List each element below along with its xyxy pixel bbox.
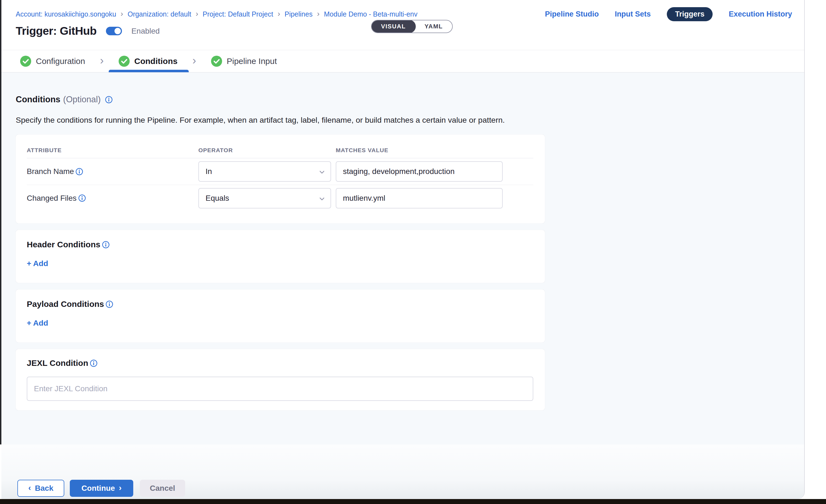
info-icon[interactable] xyxy=(102,241,110,248)
nav-triggers-active[interactable]: Triggers xyxy=(667,7,713,21)
tab-conditions-label: Conditions xyxy=(134,57,178,66)
breadcrumb-account[interactable]: Account: kurosakiichigo.songoku xyxy=(16,10,116,18)
breadcrumb-organization[interactable]: Organization: default xyxy=(127,10,191,18)
wizard-tabs: Configuration › Conditions › Pipeline In… xyxy=(1,50,804,72)
chevron-right-icon: › xyxy=(119,483,122,492)
operator-value: Equals xyxy=(205,194,229,203)
jexl-condition-card: JEXL Condition xyxy=(16,349,545,410)
chevron-right-icon: › xyxy=(195,10,198,18)
header-conditions-title: Header Conditions xyxy=(27,240,101,249)
chevron-right-icon: › xyxy=(278,10,280,18)
breadcrumb-project[interactable]: Project: Default Project xyxy=(202,10,273,18)
conditions-description: Specify the conditions for running the P… xyxy=(16,116,804,125)
chevron-down-icon xyxy=(318,195,326,202)
jexl-condition-title: JEXL Condition xyxy=(27,359,88,368)
operator-value: In xyxy=(205,167,212,176)
column-header-operator: OPERATOR xyxy=(198,147,336,153)
chevron-right-icon: › xyxy=(192,55,196,66)
chevron-right-icon: › xyxy=(100,55,104,66)
attribute-label: Changed Files xyxy=(27,194,198,203)
active-tab-indicator xyxy=(109,70,189,72)
tab-conditions[interactable]: Conditions xyxy=(119,50,178,72)
check-icon xyxy=(211,56,222,67)
operator-select-changed-files[interactable]: Equals xyxy=(198,188,331,208)
enabled-label: Enabled xyxy=(131,27,160,36)
breadcrumb-pipeline-name[interactable]: Module Demo - Beta-multi-env xyxy=(324,10,417,18)
chevron-left-icon: ‹ xyxy=(28,483,31,492)
page-title: Trigger: GitHub xyxy=(16,24,97,38)
breadcrumb: Account: kurosakiichigo.songoku › Organi… xyxy=(16,10,417,18)
payload-conditions-title: Payload Conditions xyxy=(27,300,104,309)
pipeline-nav: Pipeline Studio Input Sets Triggers Exec… xyxy=(545,7,792,21)
info-icon[interactable] xyxy=(106,301,113,308)
payload-conditions-card: Payload Conditions + Add xyxy=(16,290,545,342)
column-header-matches-value: MATCHES VALUE xyxy=(336,147,533,153)
header-conditions-card: Header Conditions + Add xyxy=(16,230,545,283)
conditions-heading: Conditions xyxy=(16,94,60,105)
visual-yaml-toggle: VISUAL YAML xyxy=(371,20,453,33)
table-row-changed-files: Changed Files Equals xyxy=(27,185,533,211)
matches-value-input-changed-files[interactable] xyxy=(336,188,503,208)
tab-pipeline-input[interactable]: Pipeline Input xyxy=(211,50,277,72)
table-row-branch-name: Branch Name In xyxy=(27,158,533,185)
matches-value-input-branch-name[interactable] xyxy=(336,161,503,182)
cancel-button-label: Cancel xyxy=(150,484,175,493)
toggle-knob xyxy=(114,27,122,35)
screen: Account: kurosakiichigo.songoku › Organi… xyxy=(0,0,826,504)
enabled-toggle[interactable] xyxy=(106,27,122,35)
yaml-mode-button[interactable]: YAML xyxy=(415,20,452,33)
chevron-down-icon xyxy=(318,169,326,176)
chevron-right-icon: › xyxy=(121,10,123,18)
conditions-table-card: ATTRIBUTE OPERATOR MATCHES VALUE Branch … xyxy=(16,135,545,223)
wizard-footer: ‹ Back Continue › Cancel xyxy=(1,444,804,499)
back-button[interactable]: ‹ Back xyxy=(17,480,64,497)
nav-execution-history[interactable]: Execution History xyxy=(728,10,792,18)
tab-pipeline-input-label: Pipeline Input xyxy=(227,57,277,66)
breadcrumb-pipelines[interactable]: Pipelines xyxy=(284,10,312,18)
continue-button[interactable]: Continue › xyxy=(70,480,133,497)
nav-pipeline-studio[interactable]: Pipeline Studio xyxy=(545,10,599,18)
visual-mode-button[interactable]: VISUAL xyxy=(371,20,416,33)
conditions-panel: Conditions (Optional) Specify the condit… xyxy=(1,72,804,444)
info-icon[interactable] xyxy=(105,96,113,104)
page-header: Account: kurosakiichigo.songoku › Organi… xyxy=(1,0,804,50)
nav-input-sets[interactable]: Input Sets xyxy=(615,10,651,18)
cancel-button[interactable]: Cancel xyxy=(140,480,185,497)
info-icon[interactable] xyxy=(75,168,83,175)
attribute-label: Branch Name xyxy=(27,167,198,176)
add-payload-condition-button[interactable]: + Add xyxy=(27,319,48,327)
add-header-condition-button[interactable]: + Add xyxy=(27,259,48,268)
tab-configuration[interactable]: Configuration xyxy=(20,50,85,72)
desktop-strip xyxy=(0,499,826,504)
tab-configuration-label: Configuration xyxy=(36,57,85,66)
operator-select-branch-name[interactable]: In xyxy=(198,161,331,182)
continue-button-label: Continue xyxy=(81,484,115,493)
chevron-right-icon: › xyxy=(317,10,319,18)
check-icon xyxy=(20,56,31,67)
jexl-condition-input[interactable] xyxy=(27,377,533,401)
check-icon xyxy=(119,56,130,67)
column-header-attribute: ATTRIBUTE xyxy=(27,147,198,153)
conditions-optional-label: (Optional) xyxy=(63,94,101,105)
conditions-table-header: ATTRIBUTE OPERATOR MATCHES VALUE xyxy=(27,144,533,158)
info-icon[interactable] xyxy=(90,360,98,367)
back-button-label: Back xyxy=(35,484,54,493)
info-icon[interactable] xyxy=(78,194,86,202)
app-window: Account: kurosakiichigo.songoku › Organi… xyxy=(1,0,805,499)
